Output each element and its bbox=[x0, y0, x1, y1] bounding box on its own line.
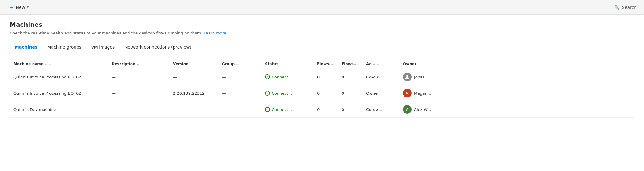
table-row[interactable]: Quinn's Dev machine — — — Connect... 0 0… bbox=[10, 101, 634, 118]
tab-machine-groups[interactable]: Machine groups bbox=[42, 42, 86, 53]
cell-status: Connect... bbox=[265, 74, 317, 79]
col-header-machine-name[interactable]: Machine name ↓ ⌄ bbox=[13, 62, 112, 66]
page-content: Machines Check the real-time health and … bbox=[0, 15, 644, 171]
cell-version: 2.26.139.22312 bbox=[173, 91, 222, 96]
cell-flows2: 0 bbox=[342, 107, 366, 112]
cell-status: Connect... bbox=[265, 91, 317, 96]
col-header-status[interactable]: Status bbox=[265, 62, 317, 66]
search-area[interactable]: 🔍 Search bbox=[614, 5, 637, 10]
learn-more-link[interactable]: Learn more bbox=[204, 31, 226, 35]
col-header-description[interactable]: Description ⌄ bbox=[112, 62, 173, 66]
page-subtitle: Check the real-time health and status of… bbox=[10, 31, 634, 35]
owner-name: Megan... bbox=[414, 91, 431, 96]
cell-owner: M Megan... bbox=[403, 89, 452, 97]
cell-version: — bbox=[173, 75, 222, 79]
filter-icon-machine-name: ⌄ bbox=[48, 62, 51, 66]
cell-description: — bbox=[112, 107, 173, 112]
tabs-container: Machines Machine groups VM images Networ… bbox=[10, 42, 634, 53]
col-header-group[interactable]: Group ⌄ bbox=[222, 62, 265, 66]
col-header-ac[interactable]: Ac... ⌄ bbox=[366, 62, 403, 66]
table-row[interactable]: Quinn's Invoice Processing BOT02 — 2.26.… bbox=[10, 85, 634, 101]
status-connected-icon bbox=[265, 107, 270, 112]
plus-icon: + bbox=[10, 4, 14, 10]
tab-vm-images[interactable]: VM images bbox=[86, 42, 120, 53]
tab-machines[interactable]: Machines bbox=[10, 42, 42, 53]
col-flows1-label: Flows... bbox=[317, 62, 333, 66]
cell-owner: A Alex W... bbox=[403, 105, 452, 114]
cell-description: — bbox=[112, 75, 173, 79]
col-header-owner[interactable]: Owner bbox=[403, 62, 452, 66]
machines-table: Machine name ↓ ⌄ Description ⌄ Version G… bbox=[10, 59, 634, 118]
cell-flows2: 0 bbox=[342, 75, 366, 79]
new-label: New bbox=[16, 5, 25, 10]
tab-network-connections[interactable]: Network connections (preview) bbox=[120, 42, 196, 53]
cell-flows1: 0 bbox=[317, 75, 342, 79]
avatar: M bbox=[403, 89, 412, 97]
cell-ac: Co-ow... bbox=[366, 107, 403, 112]
page-title: Machines bbox=[10, 21, 634, 28]
status-connected-icon bbox=[265, 74, 270, 79]
cell-group: — bbox=[222, 107, 265, 112]
avatar bbox=[403, 73, 412, 81]
owner-name: Jonas ... bbox=[414, 75, 430, 79]
search-icon: 🔍 bbox=[614, 5, 619, 10]
new-button[interactable]: + New ▾ bbox=[7, 2, 31, 12]
cell-ac: Co-ow... bbox=[366, 75, 403, 79]
sort-down-icon: ↓ bbox=[45, 62, 47, 66]
cell-flows1: 0 bbox=[317, 107, 342, 112]
col-machine-name-label: Machine name bbox=[13, 62, 44, 66]
cell-description: — bbox=[112, 91, 173, 96]
cell-group: — bbox=[222, 91, 265, 96]
subtitle-text: Check the real-time health and status of… bbox=[10, 31, 202, 35]
col-description-label: Description bbox=[112, 62, 136, 66]
table-header: Machine name ↓ ⌄ Description ⌄ Version G… bbox=[10, 59, 634, 69]
avatar: A bbox=[403, 105, 412, 114]
status-text: Connect... bbox=[272, 91, 292, 96]
status-text: Connect... bbox=[272, 107, 292, 112]
cell-machine-name: Quinn's Invoice Processing BOT02 bbox=[13, 91, 112, 96]
search-label: Search bbox=[622, 5, 637, 10]
cell-machine-name: Quinn's Dev machine bbox=[13, 107, 112, 112]
cell-machine-name: Quinn's Invoice Processing BOT02 bbox=[13, 75, 112, 79]
cell-ac: Owner bbox=[366, 91, 403, 96]
cell-group: — bbox=[222, 75, 265, 79]
col-ac-label: Ac... bbox=[366, 62, 375, 66]
filter-icon-ac: ⌄ bbox=[377, 62, 379, 66]
col-flows2-label: Flows... bbox=[342, 62, 358, 66]
status-text: Connect... bbox=[272, 75, 292, 79]
col-header-version[interactable]: Version bbox=[173, 62, 222, 66]
col-status-label: Status bbox=[265, 62, 278, 66]
cell-version: — bbox=[173, 107, 222, 112]
cell-owner: Jonas ... bbox=[403, 73, 452, 81]
filter-icon-description: ⌄ bbox=[137, 62, 139, 66]
cell-flows1: 0 bbox=[317, 91, 342, 96]
col-group-label: Group bbox=[222, 62, 235, 66]
col-version-label: Version bbox=[173, 62, 189, 66]
cell-status: Connect... bbox=[265, 107, 317, 112]
table-row[interactable]: Quinn's Invoice Processing BOT02 — — — C… bbox=[10, 69, 634, 85]
owner-name: Alex W... bbox=[414, 107, 431, 112]
filter-icon-group: ⌄ bbox=[236, 62, 238, 66]
status-connected-icon bbox=[265, 91, 270, 96]
top-bar: + New ▾ 🔍 Search bbox=[0, 0, 644, 15]
cell-flows2: 0 bbox=[342, 91, 366, 96]
chevron-down-icon: ▾ bbox=[27, 5, 29, 9]
col-header-flows2[interactable]: Flows... bbox=[342, 62, 366, 66]
svg-point-0 bbox=[406, 75, 408, 77]
col-header-flows1[interactable]: Flows... bbox=[317, 62, 342, 66]
col-owner-label: Owner bbox=[403, 62, 416, 66]
